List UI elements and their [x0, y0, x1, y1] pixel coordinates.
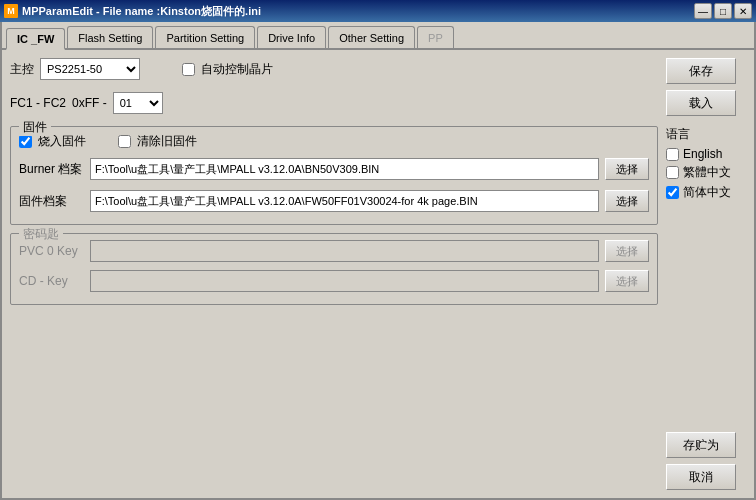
simplified-option: 简体中文: [666, 184, 746, 201]
main-window: IC _FW Flash Setting Partition Setting D…: [0, 22, 756, 500]
fc-range: 0xFF -: [72, 96, 107, 110]
save-button[interactable]: 保存: [666, 58, 736, 84]
burn-row: 烧入固件 清除旧固件: [19, 133, 649, 150]
save-as-button[interactable]: 存贮为: [666, 432, 736, 458]
main-control-row: 主控 PS2251-50 自动控制晶片: [10, 58, 658, 80]
left-panel: 主控 PS2251-50 自动控制晶片 FC1 - FC2 0xFF - 01 …: [10, 58, 658, 490]
cd-row: CD - Key 选择: [19, 270, 649, 292]
main-control-label: 主控: [10, 61, 34, 78]
traditional-option: 繁體中文: [666, 164, 746, 181]
simplified-label: 简体中文: [683, 184, 731, 201]
traditional-label: 繁體中文: [683, 164, 731, 181]
language-title: 语言: [666, 126, 746, 143]
cd-label: CD - Key: [19, 274, 84, 288]
burner-file-row: Burner 档案 选择: [19, 158, 649, 180]
tab-bar: IC _FW Flash Setting Partition Setting D…: [2, 22, 754, 50]
password-group-title: 密码匙: [19, 226, 63, 243]
auto-control-checkbox[interactable]: [182, 63, 195, 76]
password-group: 密码匙 PVC 0 Key 选择 CD - Key 选择: [10, 233, 658, 305]
content-area: 主控 PS2251-50 自动控制晶片 FC1 - FC2 0xFF - 01 …: [2, 50, 754, 498]
firmware-group: 固件 烧入固件 清除旧固件 Burner 档案 选择 固件档案: [10, 126, 658, 225]
cancel-button[interactable]: 取消: [666, 464, 736, 490]
maximize-button[interactable]: □: [714, 3, 732, 19]
burner-select-button[interactable]: 选择: [605, 158, 649, 180]
load-button[interactable]: 载入: [666, 90, 736, 116]
minimize-button[interactable]: —: [694, 3, 712, 19]
firmware-file-input[interactable]: [90, 190, 599, 212]
pvc-row: PVC 0 Key 选择: [19, 240, 649, 262]
title-bar-buttons: — □ ✕: [694, 3, 752, 19]
tab-flash-setting[interactable]: Flash Setting: [67, 26, 153, 48]
firmware-select-button[interactable]: 选择: [605, 190, 649, 212]
fc-row: FC1 - FC2 0xFF - 01: [10, 92, 658, 114]
cd-select-button[interactable]: 选择: [605, 270, 649, 292]
tab-partition-setting[interactable]: Partition Setting: [155, 26, 255, 48]
tab-pp: PP: [417, 26, 454, 48]
main-control-select[interactable]: PS2251-50: [40, 58, 140, 80]
language-section: 语言 English 繁體中文 简体中文: [666, 126, 746, 204]
pvc-input[interactable]: [90, 240, 599, 262]
title-bar: M MPParamEdit - File name :Kinston烧固件的.i…: [0, 0, 756, 22]
right-panel: 保存 载入 语言 English 繁體中文 简体中文 存贮: [666, 58, 746, 490]
fc-select[interactable]: 01: [113, 92, 163, 114]
clear-firmware-label: 清除旧固件: [137, 133, 197, 150]
bottom-area: [10, 313, 658, 490]
english-label: English: [683, 147, 722, 161]
firmware-file-row: 固件档案 选择: [19, 190, 649, 212]
pvc-label: PVC 0 Key: [19, 244, 84, 258]
english-option: English: [666, 147, 746, 161]
pvc-select-button[interactable]: 选择: [605, 240, 649, 262]
auto-control-label: 自动控制晶片: [201, 61, 273, 78]
fc-label: FC1 - FC2: [10, 96, 66, 110]
english-checkbox[interactable]: [666, 148, 679, 161]
tab-other-setting[interactable]: Other Setting: [328, 26, 415, 48]
burner-file-input[interactable]: [90, 158, 599, 180]
firmware-group-title: 固件: [19, 119, 51, 136]
firmware-file-label: 固件档案: [19, 193, 84, 210]
tab-drive-info[interactable]: Drive Info: [257, 26, 326, 48]
app-icon: M: [4, 4, 18, 18]
traditional-checkbox[interactable]: [666, 166, 679, 179]
burn-firmware-checkbox[interactable]: [19, 135, 32, 148]
close-button[interactable]: ✕: [734, 3, 752, 19]
simplified-checkbox[interactable]: [666, 186, 679, 199]
window-title: MPParamEdit - File name :Kinston烧固件的.ini: [22, 4, 261, 19]
burner-file-label: Burner 档案: [19, 161, 84, 178]
clear-firmware-checkbox[interactable]: [118, 135, 131, 148]
cd-input[interactable]: [90, 270, 599, 292]
title-bar-text: M MPParamEdit - File name :Kinston烧固件的.i…: [4, 4, 261, 19]
tab-ic-fw[interactable]: IC _FW: [6, 28, 65, 50]
